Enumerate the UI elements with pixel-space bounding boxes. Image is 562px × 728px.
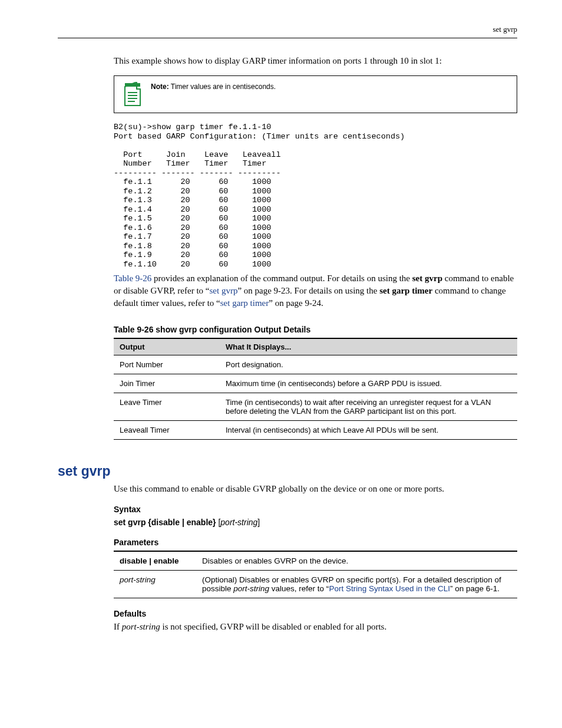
header-rule — [58, 38, 517, 38]
parameters-heading: Parameters — [114, 538, 517, 547]
table-row: Leave TimerTime (in centiseconds) to wai… — [114, 393, 517, 421]
link-set-gvrp[interactable]: set gvrp — [209, 286, 237, 295]
note-text: Timer values are in centiseconds. — [171, 83, 276, 91]
cli-output: B2(su)->show garp timer fe.1.1-10 Port b… — [114, 123, 517, 269]
syntax-heading: Syntax — [114, 505, 517, 514]
defaults-paragraph: If port-string is not specified, GVRP wi… — [114, 622, 517, 632]
table-header-output: Output — [114, 338, 220, 355]
link-port-string-syntax[interactable]: Port String Syntax Used in the CLI — [329, 584, 450, 593]
parameters-table: disable | enable Disables or enables GVR… — [114, 551, 517, 598]
note-block: Note: Timer values are in centiseconds. — [114, 75, 517, 113]
link-table-9-26[interactable]: Table 9-26 — [114, 274, 151, 283]
intro-paragraph: This example shows how to display GARP t… — [114, 55, 517, 67]
table-row: Join TimerMaximum time (in centiseconds)… — [114, 374, 517, 393]
page-header-right: set gvrp — [58, 25, 517, 34]
note-icon — [123, 82, 143, 107]
note-label: Note: — [151, 83, 169, 91]
after-code-paragraph: Table 9-26 provides an explanation of th… — [114, 272, 517, 309]
table-row: Port NumberPort designation. — [114, 355, 517, 374]
output-table: Output What It Displays... Port NumberPo… — [114, 338, 517, 440]
param-row: disable | enable Disables or enables GVR… — [114, 551, 517, 571]
table-header-desc: What It Displays... — [220, 338, 517, 355]
section-desc: Use this command to enable or disable GV… — [114, 484, 517, 494]
param-row: port-string (Optional) Disables or enabl… — [114, 571, 517, 598]
syntax-line: set gvrp {disable | enable} [port-string… — [114, 518, 517, 527]
link-set-garp-timer[interactable]: set garp timer — [220, 298, 269, 308]
table-row: Leaveall TimerInterval (in centiseconds)… — [114, 421, 517, 440]
table-title: Table 9-26 show gvrp configuration Outpu… — [114, 325, 517, 334]
section-heading-set-gvrp: set gvrp — [58, 463, 517, 479]
defaults-heading: Defaults — [114, 609, 517, 618]
